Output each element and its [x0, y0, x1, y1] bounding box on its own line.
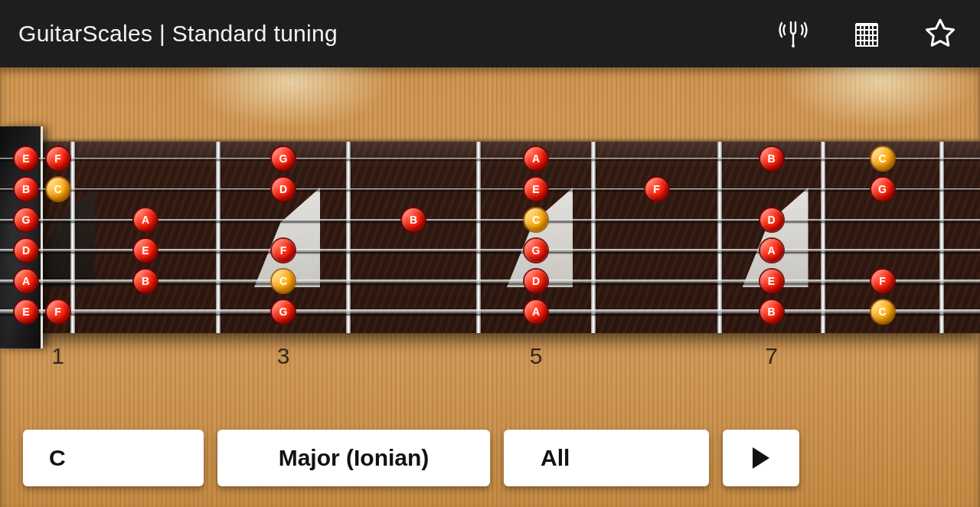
note-dot[interactable]: C	[871, 300, 894, 323]
note-dot[interactable]: C	[524, 208, 547, 231]
note-dot[interactable]: E	[15, 300, 38, 323]
fretboard[interactable]: EFGABCBCDEFGGABCDDEFGAABCDEFEFGABC	[0, 142, 980, 333]
fret-wire	[216, 142, 220, 333]
play-icon	[753, 447, 769, 469]
app-header: GuitarScales | Standard tuning	[0, 0, 980, 67]
note-dot[interactable]: B	[760, 300, 783, 323]
note-dot[interactable]: E	[134, 239, 157, 262]
note-dot[interactable]: E	[760, 270, 783, 293]
filter-select-button[interactable]: All	[504, 430, 709, 486]
note-dot[interactable]: C	[272, 270, 295, 293]
bottom-controls: C Major (Ionian) All	[0, 423, 980, 507]
note-dot[interactable]: A	[134, 208, 157, 231]
string-1[interactable]	[0, 158, 980, 159]
fretboard-area: EFGABCBCDEFGGABCDDEFGAABCDEFEFGABC C Maj…	[0, 67, 980, 507]
note-dot[interactable]: G	[15, 208, 38, 231]
scale-select-button[interactable]: Major (Ionian)	[217, 430, 490, 486]
star-outline-icon[interactable]	[919, 12, 962, 55]
note-dot[interactable]: F	[272, 239, 295, 262]
note-dot[interactable]: F	[871, 270, 894, 293]
app-title: GuitarScales | Standard tuning	[18, 21, 338, 47]
chord-diagram-icon[interactable]	[845, 12, 888, 55]
play-button[interactable]	[723, 430, 799, 486]
key-select-button[interactable]: C	[23, 430, 204, 486]
note-dot[interactable]: A	[524, 147, 547, 170]
note-dot[interactable]: F	[645, 178, 668, 201]
note-dot[interactable]: E	[15, 147, 38, 170]
fret-number-label: 7	[765, 343, 778, 369]
string-6[interactable]	[0, 309, 980, 314]
fret-number-label: 5	[530, 343, 543, 369]
note-dot[interactable]: G	[272, 147, 295, 170]
note-dot[interactable]: G	[272, 300, 295, 323]
note-dot[interactable]: B	[760, 147, 783, 170]
svg-point-1	[792, 44, 795, 47]
fret-wire	[717, 142, 722, 333]
fret-number-label: 1	[51, 343, 64, 369]
fret-wire	[591, 142, 596, 333]
note-dot[interactable]: E	[524, 178, 547, 201]
note-dot[interactable]: A	[524, 300, 547, 323]
note-dot[interactable]: C	[871, 147, 894, 170]
note-dot[interactable]: C	[47, 178, 70, 201]
string-2[interactable]	[0, 188, 980, 190]
tuning-fork-icon[interactable]	[772, 12, 815, 55]
note-dot[interactable]: D	[15, 239, 38, 262]
fret-wire	[70, 142, 75, 333]
fret-wire	[346, 142, 351, 333]
note-dot[interactable]: D	[272, 178, 295, 201]
note-dot[interactable]: D	[524, 270, 547, 293]
fret-wire	[476, 142, 481, 333]
note-dot[interactable]: B	[402, 208, 425, 231]
note-dot[interactable]: A	[760, 239, 783, 262]
note-dot[interactable]: F	[47, 147, 70, 170]
fret-wire	[939, 142, 944, 333]
fret-number-label: 3	[277, 343, 290, 369]
note-dot[interactable]: G	[871, 178, 894, 201]
note-dot[interactable]: A	[15, 270, 38, 293]
note-dot[interactable]: G	[524, 239, 547, 262]
fret-wire	[821, 142, 825, 333]
note-dot[interactable]: B	[15, 178, 38, 201]
note-dot[interactable]: F	[47, 300, 70, 323]
note-dot[interactable]: D	[760, 208, 783, 231]
note-dot[interactable]: B	[134, 270, 157, 293]
